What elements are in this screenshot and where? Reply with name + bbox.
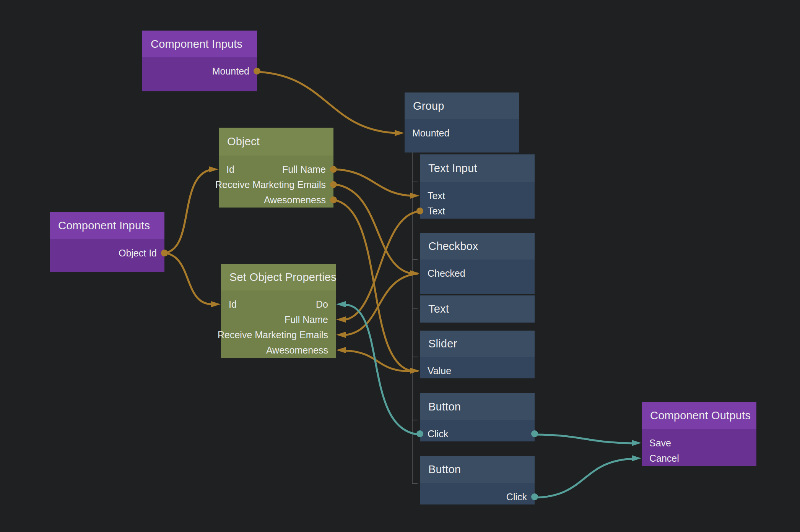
port-label: Mounted: [212, 66, 249, 77]
node-body: Click: [420, 483, 535, 504]
node-button-2[interactable]: Button Click: [420, 456, 535, 511]
node-button-1[interactable]: Button Click: [420, 393, 535, 448]
port-label: Text: [428, 190, 445, 201]
input-port-arrow[interactable]: [632, 455, 641, 461]
port-label: Checked: [428, 268, 465, 279]
output-port-dot[interactable]: [330, 181, 337, 188]
output-port-dot[interactable]: [416, 208, 423, 214]
input-port-arrow[interactable]: [410, 368, 420, 374]
node-body: Text Text: [420, 182, 535, 219]
node-object[interactable]: Object Id Full Name Receive Marketing Em…: [219, 128, 333, 214]
node-component-inputs-top[interactable]: Component Inputs Mounted: [142, 31, 257, 85]
input-port-arrow[interactable]: [632, 440, 641, 446]
node-body: Mounted: [405, 119, 519, 152]
output-port-dot[interactable]: [416, 430, 423, 437]
port-row: Receive Marketing Emails: [219, 177, 333, 192]
input-port-arrow[interactable]: [209, 166, 218, 172]
node-header[interactable]: Component Inputs: [142, 31, 257, 57]
port-label: Mounted: [412, 128, 449, 139]
node-header[interactable]: Text: [420, 295, 535, 323]
node-slider[interactable]: Slider Value: [420, 331, 535, 385]
edge-slider-to-sop-awesomeness[interactable]: [343, 350, 418, 371]
node-header[interactable]: Set Object Properties: [221, 264, 336, 290]
node-body: Click: [420, 420, 535, 441]
input-port-arrow[interactable]: [410, 270, 420, 276]
node-title: Group: [413, 100, 444, 112]
edge-objectid-to-object-id[interactable]: [164, 170, 211, 253]
edge-textinput-to-sop-fullname[interactable]: [343, 211, 420, 320]
port-row: Text: [420, 203, 535, 219]
edge-fullname-to-textinput[interactable]: [333, 169, 412, 196]
output-port-dot[interactable]: [254, 68, 260, 75]
port-row: Click: [420, 489, 535, 504]
output-port-dot[interactable]: [330, 166, 337, 173]
node-header[interactable]: Button: [420, 393, 535, 420]
node-checkbox[interactable]: Checkbox Checked: [420, 233, 535, 288]
node-header[interactable]: Slider: [420, 331, 535, 357]
node-header[interactable]: Button: [420, 456, 535, 483]
edge-mounted-to-group[interactable]: [257, 72, 397, 133]
edge-button2-click-to-cancel[interactable]: [535, 459, 634, 498]
node-set-object-properties[interactable]: Set Object Properties Id Do Full Name Re…: [221, 264, 336, 365]
port-label: Object Id: [119, 248, 157, 259]
output-port-dot[interactable]: [330, 196, 337, 203]
node-group[interactable]: Group Mounted: [405, 92, 519, 146]
port-row: Value: [420, 363, 535, 378]
group-outline-ticks: [412, 182, 418, 483]
input-port-arrow[interactable]: [336, 347, 346, 353]
port-label: Click: [506, 491, 527, 503]
port-label: Save: [649, 438, 671, 449]
flow-editor-canvas[interactable]: Component Inputs Mounted Group Mounted O…: [0, 0, 800, 532]
port-label: Awesomeness: [266, 345, 328, 356]
port-label: Id: [226, 164, 234, 175]
port-row: Id Do: [221, 297, 336, 312]
edge-objectid-to-sop-id[interactable]: [164, 253, 213, 304]
edge-rme-to-checkbox[interactable]: [333, 184, 412, 274]
port-label: Cancel: [649, 453, 679, 464]
node-body: Checked: [420, 260, 535, 294]
node-header[interactable]: Group: [405, 92, 519, 119]
node-body: Value: [420, 357, 535, 378]
edge-button1-click-to-save[interactable]: [535, 435, 634, 443]
edge-checkbox-to-sop-rme[interactable]: [343, 274, 418, 335]
node-title: Component Outputs: [650, 409, 751, 422]
input-port-arrow[interactable]: [395, 130, 404, 136]
node-title: Component Inputs: [151, 38, 242, 50]
port-row: Id Full Name: [219, 162, 333, 177]
port-row: Cancel: [642, 451, 756, 466]
node-text[interactable]: Text: [420, 295, 535, 323]
output-port-dot[interactable]: [531, 493, 538, 500]
node-text-input[interactable]: Text Input Text Text: [420, 154, 535, 225]
node-body: Id Full Name Receive Marketing Emails Aw…: [219, 156, 333, 208]
node-header[interactable]: Checkbox: [420, 233, 535, 260]
node-header[interactable]: Component Outputs: [642, 402, 756, 429]
input-port-arrow[interactable]: [336, 301, 346, 307]
port-row: Object Id: [50, 245, 164, 261]
port-row: Awesomeness: [221, 342, 336, 358]
port-row: Receive Marketing Emails: [221, 327, 336, 342]
input-port-arrow[interactable]: [410, 193, 420, 199]
input-port-arrow[interactable]: [211, 301, 221, 307]
output-port-dot[interactable]: [161, 250, 168, 256]
input-port-arrow[interactable]: [336, 316, 346, 323]
node-header[interactable]: Component Inputs: [50, 212, 164, 239]
port-row: Save: [642, 435, 756, 451]
node-component-inputs-left[interactable]: Component Inputs Object Id: [50, 212, 164, 266]
output-port-dot[interactable]: [531, 430, 538, 437]
node-title: Button: [428, 401, 461, 413]
port-label: Awesomeness: [264, 195, 326, 206]
node-body: Save Cancel: [642, 429, 756, 466]
port-label: Id: [229, 299, 237, 310]
port-label: Full Name: [282, 164, 326, 175]
node-header[interactable]: Object: [219, 128, 333, 156]
port-label: Receive Marketing Emails: [218, 329, 328, 341]
port-row: Text: [420, 188, 535, 203]
node-header[interactable]: Text Input: [420, 154, 535, 182]
input-port-arrow[interactable]: [336, 332, 346, 338]
port-label: Receive Marketing Emails: [215, 179, 326, 190]
port-row: Full Name: [221, 312, 336, 327]
node-title: Button: [428, 463, 461, 476]
port-row: Checked: [420, 266, 535, 281]
node-component-outputs[interactable]: Component Outputs Save Cancel: [642, 402, 756, 472]
node-title: Text: [428, 303, 449, 315]
